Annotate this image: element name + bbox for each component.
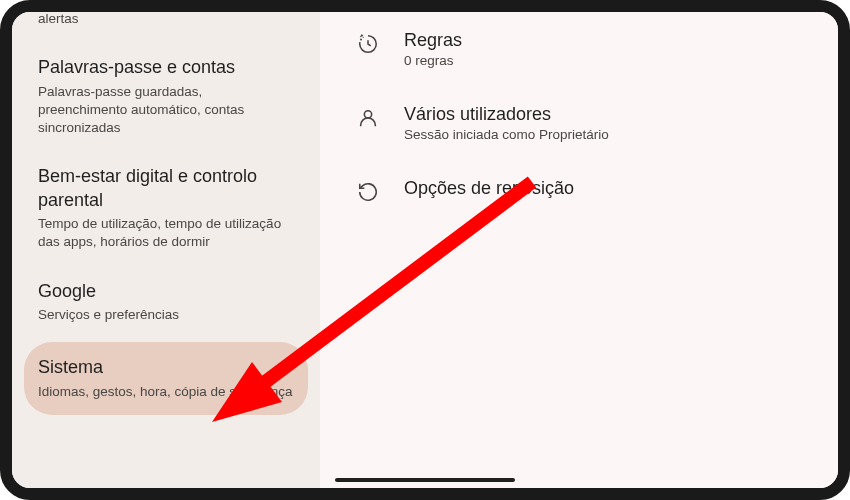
main-item-title: Vários utilizadores xyxy=(404,104,802,125)
sidebar-item-passwords[interactable]: Palavras-passe e contas Palavras-passe g… xyxy=(12,42,320,151)
navigation-handle[interactable] xyxy=(335,478,515,482)
sidebar-item-google[interactable]: Google Serviços e preferências xyxy=(12,266,320,339)
sidebar-item-title: Bem-estar digital e controlo parental xyxy=(38,165,294,212)
settings-container: Urgência SOS, informações médicas, alert… xyxy=(12,12,838,488)
sidebar-item-safety[interactable]: Urgência SOS, informações médicas, alert… xyxy=(12,12,320,42)
sidebar-item-system[interactable]: Sistema Idiomas, gestos, hora, cópia de … xyxy=(24,342,308,415)
sidebar-item-subtitle: Serviços e preferências xyxy=(38,306,294,324)
sidebar-item-subtitle: Idiomas, gestos, hora, cópia de seguranç… xyxy=(38,383,294,401)
main-item-users[interactable]: Vários utilizadores Sessão iniciada como… xyxy=(344,86,814,160)
settings-main-panel: Regras 0 regras Vários utilizadores Sess… xyxy=(320,12,838,488)
main-item-text: Opções de reposição xyxy=(404,178,802,201)
sidebar-item-title: Google xyxy=(38,280,294,303)
sidebar-item-subtitle: Tempo de utilização, tempo de utilização… xyxy=(38,215,294,251)
main-item-rules[interactable]: Regras 0 regras xyxy=(344,12,814,86)
main-item-text: Regras 0 regras xyxy=(404,30,802,68)
svg-point-0 xyxy=(364,111,371,118)
reset-icon xyxy=(356,180,380,204)
sidebar-item-subtitle: Urgência SOS, informações médicas, alert… xyxy=(38,12,294,28)
sidebar-item-title: Palavras-passe e contas xyxy=(38,56,294,79)
user-icon xyxy=(356,106,380,130)
sidebar-item-subtitle: Palavras-passe guardadas, preenchimento … xyxy=(38,83,294,138)
rules-icon xyxy=(356,32,380,56)
main-item-reset[interactable]: Opções de reposição xyxy=(344,160,814,222)
settings-sidebar: Urgência SOS, informações médicas, alert… xyxy=(12,12,320,488)
main-item-text: Vários utilizadores Sessão iniciada como… xyxy=(404,104,802,142)
main-item-subtitle: Sessão iniciada como Proprietário xyxy=(404,127,802,142)
main-item-title: Regras xyxy=(404,30,802,51)
tablet-frame: Urgência SOS, informações médicas, alert… xyxy=(0,0,850,500)
main-item-title: Opções de reposição xyxy=(404,178,802,199)
sidebar-item-wellbeing[interactable]: Bem-estar digital e controlo parental Te… xyxy=(12,151,320,265)
sidebar-item-title: Sistema xyxy=(38,356,294,379)
main-item-subtitle: 0 regras xyxy=(404,53,802,68)
